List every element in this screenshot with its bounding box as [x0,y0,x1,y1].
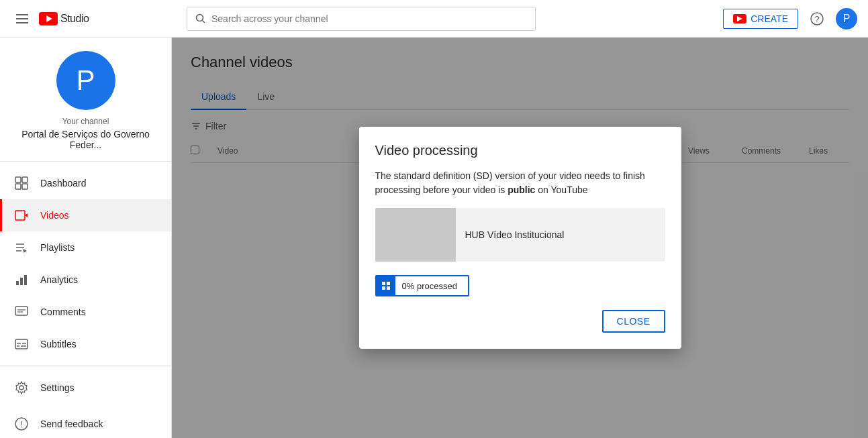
sidebar-item-playlists[interactable]: Playlists [0,231,171,264]
processing-icon [381,281,391,290]
svg-rect-17 [20,278,23,285]
create-button[interactable]: CREATE [723,9,798,29]
svg-rect-34 [387,282,390,285]
sidebar-item-videos[interactable]: Videos [0,199,171,231]
sidebar-divider [0,366,171,366]
your-channel-label: Your channel [62,117,109,126]
help-icon: ? [810,12,824,25]
help-button[interactable]: ? [806,8,828,30]
progress-section: 0% processed [375,275,665,296]
videos-icon [13,207,30,223]
nav-list: Dashboard Videos [0,162,171,409]
send-feedback-label: Send feedback [40,419,103,429]
subtitles-label: Subtitles [40,339,77,349]
comments-label: Comments [40,307,86,317]
svg-rect-19 [15,307,28,315]
channel-avatar: P [56,51,115,110]
avatar[interactable]: P [836,8,857,30]
svg-rect-18 [24,275,27,285]
svg-rect-8 [15,184,21,189]
svg-text:?: ? [814,14,819,24]
svg-marker-15 [23,249,27,253]
main-content: Channel videos Uploads Live Filter Video… [172,38,868,438]
progress-text: 0% processed [395,281,464,291]
analytics-label: Analytics [40,274,78,285]
header-left: Studio [11,9,89,29]
dialog-actions: CLOSE [375,310,665,333]
svg-line-3 [203,20,205,23]
svg-rect-35 [382,286,385,290]
channel-info: P Your channel Portal de Serviços do Gov… [0,38,171,162]
create-label: CREATE [751,13,788,24]
dialog-title: Video processing [375,143,665,158]
svg-point-2 [197,14,203,21]
sidebar-item-subtitles[interactable]: Subtitles [0,328,171,360]
svg-rect-22 [15,339,28,349]
settings-label: Settings [40,382,75,393]
dialog-description: The standard definition (SD) version of … [375,169,665,197]
svg-rect-6 [15,177,21,182]
svg-rect-10 [15,211,25,220]
dashboard-icon [13,175,30,191]
settings-icon [13,380,30,396]
youtube-icon [39,12,58,25]
layout: P Your channel Portal de Serviços do Gov… [0,38,868,438]
video-thumbnail [375,208,456,262]
video-info: HUB Vídeo Institucional [456,208,574,262]
search-bar[interactable] [187,7,536,31]
create-icon [733,14,746,23]
progress-bar: 0% processed [375,275,469,296]
sidebar-item-settings[interactable]: Settings [0,372,171,404]
youtube-logo: Studio [39,12,89,25]
dialog-desc-part2: on YouTube [535,184,587,195]
header-right: CREATE ? P [723,8,857,30]
progress-icon [377,276,395,295]
close-button[interactable]: CLOSE [602,310,665,333]
channel-name: Portal de Serviços do Governo Feder... [11,129,160,150]
studio-label: Studio [60,13,89,25]
sidebar-item-analytics[interactable]: Analytics [0,264,171,296]
svg-text:!: ! [20,419,23,429]
sidebar-item-dashboard[interactable]: Dashboard [0,167,171,199]
svg-rect-33 [382,282,385,285]
playlists-icon [13,239,30,256]
search-input[interactable] [211,13,527,24]
send-feedback-item[interactable]: ! Send feedback [0,409,171,438]
feedback-icon: ! [13,416,30,432]
hamburger-icon[interactable] [11,9,34,29]
svg-rect-16 [16,281,19,285]
dashboard-label: Dashboard [40,178,87,188]
dialog-desc-bold: public [508,184,535,195]
search-icon [195,13,206,24]
subtitles-icon [13,336,30,352]
header: Studio CREATE ? P [0,0,868,38]
sidebar-item-comments[interactable]: Comments [0,296,171,328]
video-processing-dialog: Video processing The standard definition… [359,127,681,349]
svg-rect-9 [22,184,28,189]
videos-label: Videos [40,210,69,221]
overlay: Video processing The standard definition… [172,38,868,438]
video-title: HUB Vídeo Institucional [465,229,565,240]
sidebar: P Your channel Portal de Serviços do Gov… [0,38,172,438]
video-preview: HUB Vídeo Institucional [375,208,665,262]
svg-point-27 [19,386,23,390]
analytics-icon [13,272,30,288]
playlists-label: Playlists [40,242,75,253]
comments-icon [13,304,30,320]
svg-rect-36 [387,286,390,290]
svg-rect-7 [22,177,28,182]
